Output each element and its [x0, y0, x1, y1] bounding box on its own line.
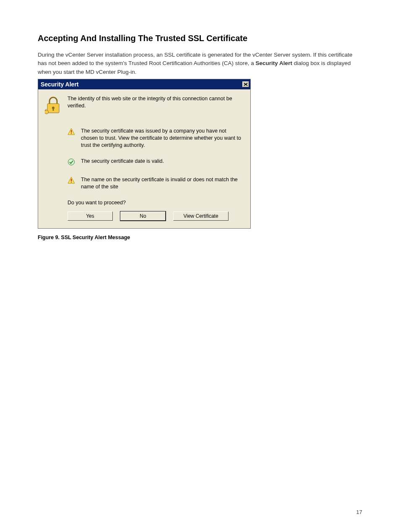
warning-icon [68, 128, 75, 137]
dialog-titlebar: Security Alert [38, 79, 250, 89]
section-heading: Accepting And Installing The Trusted SSL… [38, 34, 362, 43]
security-alert-dialog: Security Alert [38, 79, 251, 229]
intro-paragraph: During the vCenter Server installation p… [38, 51, 362, 76]
warning-icon [68, 176, 75, 185]
checkmark-icon [68, 158, 75, 167]
page-number: 17 [356, 509, 362, 515]
svg-point-9 [68, 159, 75, 165]
svg-rect-4 [53, 108, 54, 111]
svg-rect-8 [71, 133, 72, 134]
svg-rect-12 [71, 182, 72, 183]
svg-point-5 [45, 110, 49, 114]
dialog-title: Security Alert [41, 81, 79, 88]
close-button[interactable] [242, 81, 249, 87]
proceed-prompt: Do you want to proceed? [68, 200, 243, 206]
close-icon [244, 83, 248, 86]
no-button[interactable]: No [120, 211, 166, 221]
cert-trust-message: The security certificate was issued by a… [81, 128, 243, 149]
yes-button[interactable]: Yes [68, 211, 113, 221]
dialog-intro-text: The identity of this web site or the int… [68, 95, 243, 110]
cert-name-message: The name on the security certificate is … [81, 176, 243, 190]
lock-icon [45, 95, 62, 117]
svg-rect-7 [71, 130, 72, 133]
bold-term: Security Alert [256, 60, 292, 66]
svg-rect-11 [71, 179, 72, 181]
view-certificate-button[interactable]: View Certificate [173, 211, 229, 221]
cert-date-message: The security certificate date is valid. [81, 158, 164, 165]
figure-caption: Figure 9. SSL Security Alert Message [38, 235, 362, 240]
